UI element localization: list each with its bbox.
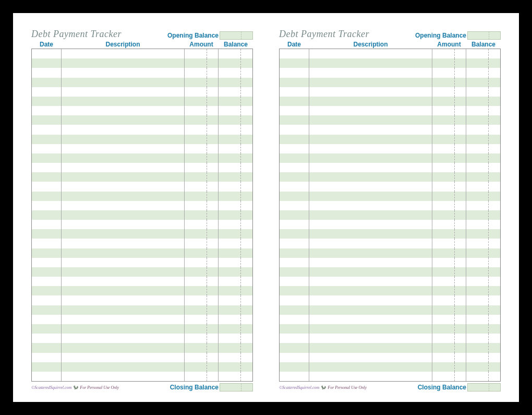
cell-balance-cents[interactable]: [489, 334, 500, 343]
cell-description[interactable]: [62, 201, 185, 210]
cell-amount-cents[interactable]: [207, 267, 219, 277]
cell-amount-main[interactable]: [185, 68, 207, 77]
cell-amount-cents[interactable]: [207, 362, 219, 372]
ledger-row[interactable]: [32, 87, 252, 97]
cell-balance-main[interactable]: [466, 239, 489, 248]
cell-amount-cents[interactable]: [207, 182, 219, 191]
cell-description[interactable]: [309, 372, 432, 381]
ledger-row[interactable]: [280, 135, 500, 144]
cell-date[interactable]: [280, 68, 309, 77]
cell-balance-cents[interactable]: [241, 68, 252, 77]
cell-amount-main[interactable]: [185, 295, 207, 305]
cell-date[interactable]: [280, 210, 309, 220]
cell-balance-cents[interactable]: [489, 144, 500, 153]
cell-amount-cents[interactable]: [455, 78, 466, 87]
cell-date[interactable]: [280, 334, 309, 343]
cell-balance-cents[interactable]: [241, 220, 252, 229]
cell-description[interactable]: [309, 229, 432, 239]
cell-amount-main[interactable]: [185, 144, 207, 153]
cell-balance-main[interactable]: [466, 68, 489, 77]
cell-amount-cents[interactable]: [207, 324, 219, 334]
cell-amount-main[interactable]: [185, 172, 207, 182]
cell-balance-main[interactable]: [219, 135, 241, 144]
cell-description[interactable]: [309, 182, 432, 191]
ledger-row[interactable]: [32, 135, 252, 144]
cell-amount-main[interactable]: [432, 135, 455, 144]
cell-amount-main[interactable]: [432, 153, 455, 163]
cell-balance-cents[interactable]: [489, 305, 500, 315]
cell-balance-cents[interactable]: [489, 286, 500, 295]
cell-balance-cents[interactable]: [241, 58, 252, 68]
cell-balance-cents[interactable]: [241, 182, 252, 191]
cell-balance-cents[interactable]: [241, 277, 252, 286]
ledger-row[interactable]: [32, 172, 252, 182]
ledger-row[interactable]: [32, 334, 252, 343]
cell-amount-cents[interactable]: [455, 87, 466, 97]
cell-balance-main[interactable]: [219, 315, 241, 324]
ledger-row[interactable]: [280, 372, 500, 381]
cell-balance-main[interactable]: [466, 362, 489, 372]
cell-balance-main[interactable]: [466, 106, 489, 115]
cell-date[interactable]: [280, 267, 309, 277]
cell-date[interactable]: [32, 343, 62, 352]
cell-balance-cents[interactable]: [241, 315, 252, 324]
cell-balance-main[interactable]: [466, 267, 489, 277]
cell-amount-main[interactable]: [432, 286, 455, 295]
ledger-row[interactable]: [280, 58, 500, 68]
cell-description[interactable]: [62, 210, 185, 220]
ledger-row[interactable]: [32, 144, 252, 153]
cell-date[interactable]: [280, 163, 309, 172]
cell-amount-cents[interactable]: [455, 324, 466, 334]
cell-balance-main[interactable]: [466, 135, 489, 144]
cell-date[interactable]: [32, 334, 62, 343]
cell-balance-main[interactable]: [219, 125, 241, 134]
cell-description[interactable]: [62, 87, 185, 97]
cell-description[interactable]: [309, 144, 432, 153]
cell-date[interactable]: [280, 135, 309, 144]
cell-amount-main[interactable]: [185, 258, 207, 267]
cell-description[interactable]: [309, 334, 432, 343]
cell-amount-main[interactable]: [185, 125, 207, 134]
cell-amount-main[interactable]: [432, 49, 455, 58]
cell-balance-main[interactable]: [466, 277, 489, 286]
cell-description[interactable]: [62, 78, 185, 87]
cell-balance-cents[interactable]: [241, 324, 252, 334]
cell-balance-main[interactable]: [219, 210, 241, 220]
cell-amount-main[interactable]: [185, 277, 207, 286]
cell-description[interactable]: [309, 115, 432, 125]
ledger-row[interactable]: [32, 192, 252, 201]
ledger-row[interactable]: [32, 258, 252, 267]
cell-amount-main[interactable]: [185, 115, 207, 125]
ledger-row[interactable]: [32, 49, 252, 58]
cell-description[interactable]: [309, 305, 432, 315]
cell-amount-main[interactable]: [432, 258, 455, 267]
cell-date[interactable]: [32, 49, 62, 58]
cell-balance-main[interactable]: [219, 220, 241, 229]
cell-description[interactable]: [62, 68, 185, 77]
cell-balance-cents[interactable]: [489, 229, 500, 239]
cell-description[interactable]: [62, 135, 185, 144]
cell-amount-main[interactable]: [185, 106, 207, 115]
ledger-row[interactable]: [280, 87, 500, 97]
cell-description[interactable]: [62, 258, 185, 267]
cell-description[interactable]: [62, 343, 185, 352]
cell-amount-cents[interactable]: [455, 267, 466, 277]
cell-balance-main[interactable]: [466, 315, 489, 324]
cell-amount-cents[interactable]: [455, 144, 466, 153]
cell-balance-main[interactable]: [219, 68, 241, 77]
cell-balance-cents[interactable]: [489, 125, 500, 134]
cell-balance-main[interactable]: [466, 97, 489, 106]
cell-description[interactable]: [309, 106, 432, 115]
cell-description[interactable]: [309, 201, 432, 210]
ledger-row[interactable]: [32, 277, 252, 286]
ledger-row[interactable]: [32, 295, 252, 305]
cell-date[interactable]: [32, 239, 62, 248]
cell-balance-main[interactable]: [466, 87, 489, 97]
cell-amount-cents[interactable]: [455, 372, 466, 381]
cell-amount-cents[interactable]: [455, 362, 466, 372]
cell-date[interactable]: [280, 324, 309, 334]
ledger-row[interactable]: [32, 106, 252, 115]
cell-description[interactable]: [309, 78, 432, 87]
cell-balance-cents[interactable]: [241, 210, 252, 220]
cell-date[interactable]: [32, 362, 62, 372]
